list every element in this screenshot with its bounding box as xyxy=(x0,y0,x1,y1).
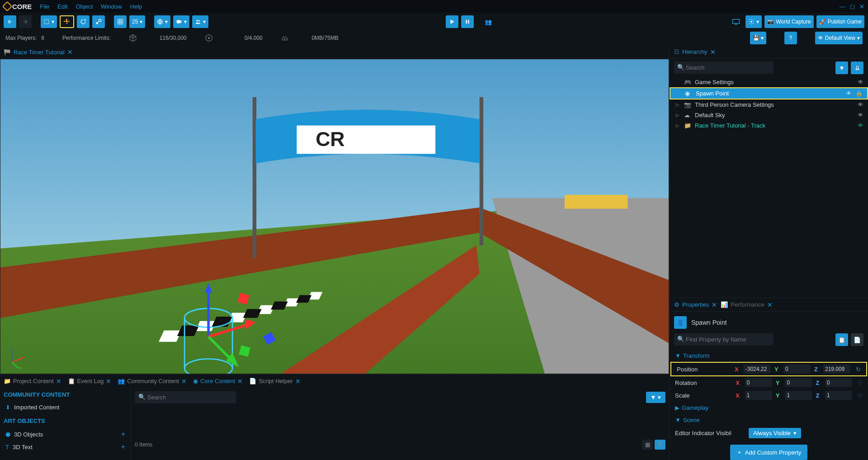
tab-script-helper[interactable]: 📄 Script Helper ✕ xyxy=(249,378,300,385)
transform-section-header[interactable]: ▼ Transform xyxy=(670,350,868,362)
visibility-icon[interactable]: 👁 xyxy=(858,79,863,85)
visibility-icon[interactable]: 👁 xyxy=(858,101,863,108)
grid-size-dropdown[interactable]: 25 ▾ xyxy=(129,15,145,28)
settings-dropdown-button[interactable]: ▾ xyxy=(745,15,762,28)
grid-snap-button[interactable] xyxy=(114,15,127,28)
performance-tab[interactable]: 📊 Performance ✕ xyxy=(721,301,772,308)
multiplayer-button[interactable]: ▾ xyxy=(192,15,208,28)
hierarchy-item-camera-settings[interactable]: ▷📷 Third Person Camera Settings 👁 xyxy=(670,100,868,110)
position-z-input[interactable] xyxy=(823,365,850,374)
tab-project-content[interactable]: 📁 Project Content ✕ xyxy=(4,378,61,385)
redo-button[interactable] xyxy=(19,15,32,28)
menu-edit[interactable]: Edit xyxy=(57,3,67,10)
undo-button[interactable] xyxy=(4,15,16,28)
menu-window[interactable]: Window xyxy=(101,3,122,10)
hierarchy-tab[interactable]: ☷ Hierarchy ✕ xyxy=(674,48,716,56)
screen-icon-button[interactable] xyxy=(729,15,743,28)
gameplay-section-header[interactable]: ▶ Gameplay xyxy=(670,402,868,414)
close-tab-icon[interactable]: ✕ xyxy=(67,48,73,56)
default-view-dropdown[interactable]: 👁 Default View ▾ xyxy=(815,32,863,44)
tab-core-content[interactable]: ◉ Core Content ✕ xyxy=(193,378,243,385)
hierarchy-item-game-settings[interactable]: 🎮 Game Settings 👁 xyxy=(670,77,868,87)
add-custom-property-button[interactable]: ＋ Add Custom Property xyxy=(730,445,807,460)
close-icon[interactable]: ✕ xyxy=(859,3,864,10)
position-y-input[interactable] xyxy=(783,365,811,374)
select-mode-button[interactable]: ▾ xyxy=(41,15,57,28)
rotate-tool-button[interactable] xyxy=(77,15,90,28)
hierarchy-filter-button[interactable]: ▼ xyxy=(835,62,848,74)
3d-objects-item[interactable]: ⬢3D Objects+ xyxy=(4,428,127,441)
scale-z-input[interactable] xyxy=(825,391,852,400)
viewport-3d[interactable]: CR xyxy=(0,59,669,374)
object-count-stat: 116/30,000 xyxy=(129,34,187,42)
hierarchy-collapse-button[interactable]: ⇊ xyxy=(851,62,863,74)
minimize-icon[interactable]: — xyxy=(840,3,845,10)
scale-x-input[interactable] xyxy=(745,391,772,400)
tab-event-log[interactable]: 📋 Event Log ✕ xyxy=(68,378,112,385)
3d-text-item[interactable]: T3D Text+ xyxy=(4,441,127,453)
hierarchy-item-track[interactable]: ▷📁 Race Timer Tutorial - Track 👁 xyxy=(670,120,868,131)
add-3d-text-icon[interactable]: + xyxy=(121,443,125,451)
visibility-icon[interactable]: 👁 xyxy=(846,90,852,97)
app-logo: CORE xyxy=(4,3,32,10)
rotation-x-input[interactable] xyxy=(745,378,772,387)
hierarchy-item-default-sky[interactable]: ▷☁ Default Sky 👁 xyxy=(670,110,868,120)
close-performance-icon[interactable]: ✕ xyxy=(767,301,773,308)
paste-properties-button[interactable]: 📄 xyxy=(851,333,863,346)
scale-tool-button[interactable] xyxy=(92,15,105,28)
menu-file[interactable]: File xyxy=(40,3,49,10)
copy-properties-button[interactable]: 📋 xyxy=(835,333,848,346)
memory-icon xyxy=(281,34,289,42)
memory-value: 0MB/75MB xyxy=(293,35,339,41)
tab-community-content[interactable]: 👥 Community Content ✕ xyxy=(118,378,187,385)
viewport-tab-bar: 🏁 Race Timer Tutorial ✕ xyxy=(0,45,669,59)
indicator-visibility-dropdown[interactable]: Always Visible ▾ xyxy=(749,428,801,438)
scene-section-header[interactable]: ▼ Scene xyxy=(670,414,868,426)
content-search-input[interactable] xyxy=(135,391,236,403)
multiplayer-preview-icon[interactable]: 👥 xyxy=(485,19,492,25)
cube-icon xyxy=(129,34,137,42)
lock-icon[interactable]: 🔒 xyxy=(855,90,863,97)
publish-game-button[interactable]: 🚀 Publish Game xyxy=(816,15,864,28)
reset-position-icon[interactable]: ↻ xyxy=(856,366,861,373)
move-tool-button[interactable] xyxy=(60,15,74,28)
grid-view-button[interactable]: ▦ xyxy=(642,440,653,450)
expand-icon[interactable]: ▷ xyxy=(676,123,680,128)
properties-search-input[interactable] xyxy=(674,333,774,346)
maximize-icon[interactable]: ◻ xyxy=(850,3,855,10)
save-dropdown-button[interactable]: 💾 ▾ xyxy=(750,32,766,44)
menu-object[interactable]: Object xyxy=(76,3,93,10)
visibility-icon[interactable]: 👁 xyxy=(858,122,863,129)
viewport-tab[interactable]: 🏁 Race Timer Tutorial ✕ xyxy=(4,48,73,56)
rotation-z-input[interactable] xyxy=(825,378,852,387)
rotation-y-input[interactable] xyxy=(785,378,812,387)
expand-icon[interactable]: ▷ xyxy=(676,113,680,118)
camera-button[interactable]: ▾ xyxy=(173,15,189,28)
network-cube-icon xyxy=(205,34,213,42)
content-filter-button[interactable]: ▼ ▾ xyxy=(646,392,665,403)
svg-rect-8 xyxy=(468,20,469,24)
world-space-button[interactable]: ▾ xyxy=(154,15,170,28)
visibility-icon[interactable]: 👁 xyxy=(858,112,863,119)
properties-tab[interactable]: ⚙ Properties ✕ xyxy=(674,301,717,308)
rotation-row: Rotation X Y Z ↻ xyxy=(670,376,868,389)
help-button[interactable]: ? xyxy=(784,32,797,44)
perf-limits-label: Performance Limits: xyxy=(62,35,111,41)
scale-y-input[interactable] xyxy=(785,391,812,400)
world-capture-button[interactable]: 📷 World Capture xyxy=(764,15,813,28)
pause-button[interactable] xyxy=(461,15,474,28)
hierarchy-search-input[interactable] xyxy=(674,62,774,74)
play-button[interactable] xyxy=(446,15,458,28)
expand-icon[interactable]: ▷ xyxy=(676,102,680,107)
svg-line-47 xyxy=(12,358,23,362)
reset-scale-icon[interactable]: ↻ xyxy=(858,392,863,399)
list-view-button[interactable]: ☰ xyxy=(655,440,665,450)
position-x-input[interactable] xyxy=(744,365,771,374)
reset-rotation-icon[interactable]: ↻ xyxy=(858,379,863,386)
imported-content-item[interactable]: ⬇Imported Content xyxy=(4,402,127,413)
hierarchy-item-spawn-point[interactable]: ◉ Spawn Point 👁 🔒 xyxy=(670,87,868,100)
menu-help[interactable]: Help xyxy=(130,3,142,10)
add-3d-object-icon[interactable]: + xyxy=(121,430,125,438)
close-hierarchy-icon[interactable]: ✕ xyxy=(710,48,716,56)
close-properties-icon[interactable]: ✕ xyxy=(712,301,717,308)
